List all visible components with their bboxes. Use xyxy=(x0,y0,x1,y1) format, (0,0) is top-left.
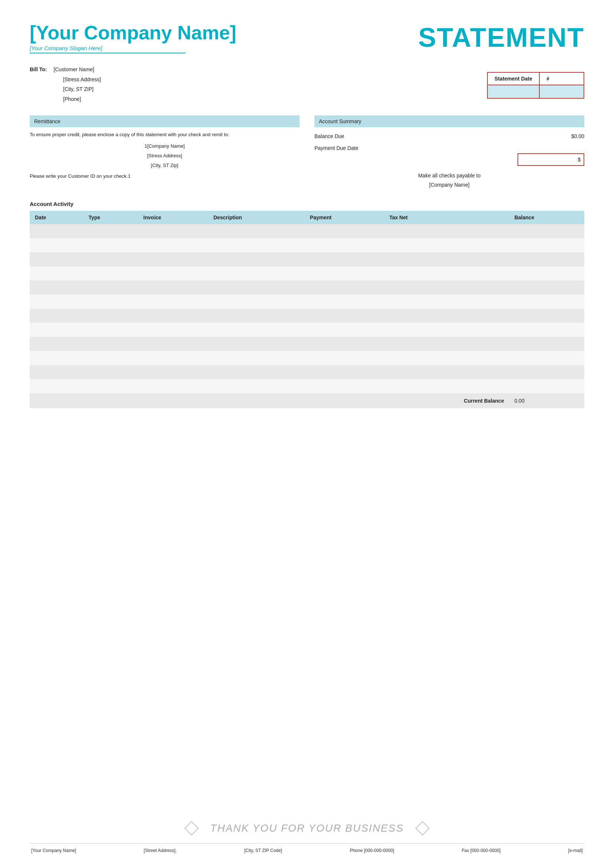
table-cell xyxy=(509,267,584,281)
remittance-instruction: To ensure proper credit, please enclose … xyxy=(30,131,299,139)
table-cell xyxy=(509,323,584,337)
table-cell xyxy=(208,281,305,294)
table-cell xyxy=(305,337,384,351)
page: [Your Company Name] [Your Company Slogan… xyxy=(0,0,614,868)
table-cell xyxy=(83,379,138,394)
col-balance: Balance xyxy=(509,211,584,224)
table-cell xyxy=(138,267,208,281)
table-cell xyxy=(384,309,509,323)
table-cell xyxy=(384,379,509,394)
company-block: [Your Company Name] [Your Company Slogan… xyxy=(30,22,236,53)
header: [Your Company Name] [Your Company Slogan… xyxy=(30,22,584,53)
table-cell xyxy=(305,365,384,379)
table-cell xyxy=(30,294,83,309)
table-cell xyxy=(305,309,384,323)
remittance-note: Please write your Customer ID on your ch… xyxy=(30,173,299,179)
table-cell xyxy=(208,224,305,238)
table-cell xyxy=(30,379,83,394)
table-cell xyxy=(83,294,138,309)
table-row xyxy=(30,337,584,351)
bill-to-label: Bill To: xyxy=(30,67,47,72)
activity-title: Account Activity xyxy=(30,201,584,207)
footer: [Your Company Name] [Street Address], [C… xyxy=(30,843,584,853)
table-cell xyxy=(208,337,305,351)
col-description: Description xyxy=(208,211,305,224)
table-cell xyxy=(208,351,305,365)
payment-due-dollar: $ xyxy=(578,157,581,163)
table-cell xyxy=(208,267,305,281)
table-cell xyxy=(384,337,509,351)
footer-company-name: [Your Company Name] xyxy=(31,848,76,853)
table-cell xyxy=(509,238,584,252)
payment-due-section: Payment Due Date $ xyxy=(315,145,584,166)
svg-marker-0 xyxy=(185,822,198,835)
activity-header-row: Date Type Invoice Description Payment Ta… xyxy=(30,211,584,224)
table-cell xyxy=(83,351,138,365)
footer-phone: Phone [000-000-0000] xyxy=(350,848,394,853)
table-cell xyxy=(509,309,584,323)
table-cell xyxy=(305,379,384,394)
table-cell xyxy=(30,351,83,365)
thank-you-text: THANK YOU FOR YOUR BUSINESS xyxy=(210,822,403,834)
table-cell xyxy=(83,323,138,337)
table-row xyxy=(30,365,584,379)
table-cell xyxy=(384,224,509,238)
diamond-right-icon xyxy=(415,821,430,836)
table-row xyxy=(30,238,584,252)
table-cell xyxy=(208,252,305,267)
footer-email: [e-mail] xyxy=(568,848,583,853)
table-cell xyxy=(30,252,83,267)
statement-number-header: # xyxy=(540,72,584,85)
col-tax-net: Tax Net xyxy=(384,211,509,224)
col-type: Type xyxy=(83,211,138,224)
activity-footer-row: Current Balance 0.00 xyxy=(30,394,584,408)
payment-due-box: $ xyxy=(518,153,584,166)
statement-date-block: Statement Date # xyxy=(487,65,584,104)
table-cell xyxy=(83,267,138,281)
mid-section: Remittance To ensure proper credit, plea… xyxy=(30,115,584,190)
table-cell xyxy=(509,337,584,351)
col-date: Date xyxy=(30,211,83,224)
table-cell xyxy=(30,309,83,323)
footer-city-state-zip: [City, ST ZIP Code] xyxy=(244,848,282,853)
table-cell xyxy=(509,294,584,309)
table-cell xyxy=(138,309,208,323)
bill-to-city: [City, ST ZIP] xyxy=(63,84,101,94)
activity-section: Account Activity Date Type Invoice Descr… xyxy=(30,201,584,798)
table-cell xyxy=(208,323,305,337)
table-row xyxy=(30,351,584,365)
activity-table: Date Type Invoice Description Payment Ta… xyxy=(30,211,584,408)
table-cell xyxy=(30,267,83,281)
account-summary-block: Account Summary Balance Due $0.00 Paymen… xyxy=(315,115,584,190)
remittance-company-name: 1[Company Name] xyxy=(30,141,299,151)
table-cell xyxy=(30,224,83,238)
remittance-block: Remittance To ensure proper credit, plea… xyxy=(30,115,299,190)
statement-title: STATEMENT xyxy=(419,22,584,53)
statement-date-value xyxy=(487,85,540,98)
checks-payable-label: Make all checks payable to xyxy=(315,171,584,180)
payment-due-input: $ xyxy=(315,153,584,166)
table-cell xyxy=(138,294,208,309)
table-row xyxy=(30,224,584,238)
table-cell xyxy=(384,351,509,365)
table-cell xyxy=(305,323,384,337)
table-cell xyxy=(138,337,208,351)
table-cell xyxy=(138,379,208,394)
bill-to-phone: [Phone] xyxy=(63,94,101,104)
table-cell xyxy=(509,252,584,267)
table-cell xyxy=(208,365,305,379)
table-cell xyxy=(509,224,584,238)
table-cell xyxy=(305,294,384,309)
company-slogan: [Your Company Slogan Here] xyxy=(30,45,186,53)
company-name: [Your Company Name] xyxy=(30,22,236,43)
table-cell xyxy=(305,238,384,252)
remittance-city: [City, ST Zip] xyxy=(30,161,299,170)
table-cell xyxy=(509,379,584,394)
table-row xyxy=(30,267,584,281)
table-row xyxy=(30,323,584,337)
table-cell xyxy=(138,323,208,337)
table-row xyxy=(30,252,584,267)
table-cell xyxy=(384,281,509,294)
account-summary-header: Account Summary xyxy=(315,115,584,127)
footer-spacer xyxy=(30,394,384,408)
